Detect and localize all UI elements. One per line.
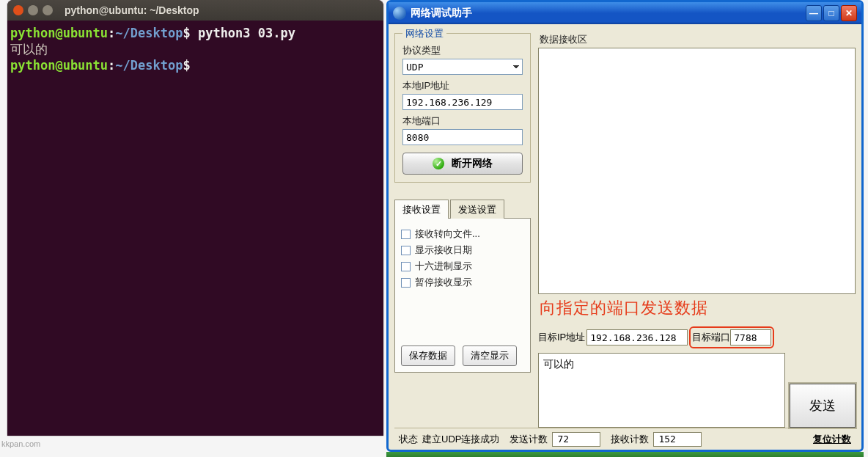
disconnect-button[interactable]: ✓ 断开网络 [402,153,523,175]
send-button[interactable]: 发送 [790,384,856,428]
port-highlight: 目标端口 [689,326,774,348]
settings-panel: 网络设置 协议类型 UDP 本地IP地址 本地端口 ✓ 断开网络 [394,27,531,428]
protocol-select[interactable]: UDP [402,59,523,75]
recv-settings-tabs: 接收设置 发送设置 接收转向文件... 显示接收日期 十六进制显示 暂停接收显示… [394,199,531,373]
status-text: 建立UDP连接成功 [422,433,499,446]
group-title: 网络设置 [402,27,446,40]
close-button[interactable]: ✕ [841,5,857,21]
watermark: kkpan.com [1,439,40,448]
chk-showdate[interactable] [401,246,411,255]
data-panel: 数据接收区 向指定的端口发送数据 目标IP地址 目标端口 可以的 发送 [538,27,856,428]
prompt-path: ~/Desktop [115,58,183,73]
send-textarea[interactable]: 可以的 [538,353,785,428]
target-row: 目标IP地址 目标端口 [538,326,856,348]
local-ip-input[interactable] [402,94,523,110]
minimize-button[interactable]: — [806,5,822,21]
check-icon: ✓ [433,158,444,169]
prompt-user: python@ubuntu [10,58,108,73]
recv-area-label: 数据接收区 [540,33,856,46]
terminal-titlebar[interactable]: python@ubuntu: ~/Desktop [7,0,383,21]
receive-textarea[interactable] [538,48,856,294]
prompt-path: ~/Desktop [115,26,183,40]
annotation-text: 向指定的端口发送数据 [538,294,856,326]
reset-count-link[interactable]: 复位计数 [813,433,851,446]
status-bar: 状态 建立UDP连接成功 发送计数 72 接收计数 152 复位计数 [394,428,856,450]
network-assistant-window: 网络调试助手 — □ ✕ 网络设置 协议类型 UDP 本地IP地址 本地端口 [386,0,864,452]
maximize-button[interactable]: □ [823,5,839,21]
net-title: 网络调试助手 [411,7,806,20]
save-data-button[interactable]: 保存数据 [401,346,455,366]
terminal-output: 可以的 [10,42,48,56]
terminal-body[interactable]: python@ubuntu:~/Desktop$ python3 03.py 可… [7,21,383,78]
status-label: 状态 [399,433,418,446]
local-port-input[interactable] [402,129,523,145]
net-titlebar[interactable]: 网络调试助手 — □ ✕ [389,2,861,24]
terminal-window: python@ubuntu: ~/Desktop python@ubuntu:~… [7,0,383,436]
target-ip-label: 目标IP地址 [538,331,585,344]
clear-display-button[interactable]: 清空显示 [463,346,517,366]
terminal-maximize-icon[interactable] [43,5,53,15]
local-port-label: 本地端口 [402,114,523,128]
prompt-user: python@ubuntu [10,26,108,40]
target-ip-input[interactable] [586,329,688,346]
app-icon [393,7,406,20]
sendcount-label: 发送计数 [510,433,548,446]
target-port-input[interactable] [730,329,771,346]
terminal-minimize-icon[interactable] [28,5,38,15]
chk-hex[interactable] [401,262,411,271]
taskbar-sliver [386,452,864,457]
tab-recv-settings[interactable]: 接收设置 [394,200,449,219]
recvcount-value: 152 [653,432,702,447]
network-settings-group: 网络设置 协议类型 UDP 本地IP地址 本地端口 ✓ 断开网络 [394,33,531,183]
chk-redirect[interactable] [401,230,411,239]
protocol-label: 协议类型 [402,44,523,57]
command-line: python3 03.py [198,26,295,40]
terminal-close-icon[interactable] [13,5,23,15]
local-ip-label: 本地IP地址 [402,79,523,92]
terminal-title: python@ubuntu: ~/Desktop [65,4,199,16]
sendcount-value: 72 [552,432,600,447]
recvcount-label: 接收计数 [611,433,649,446]
target-port-label: 目标端口 [692,331,730,344]
chk-pause[interactable] [401,278,411,288]
tab-send-settings[interactable]: 发送设置 [450,200,504,219]
